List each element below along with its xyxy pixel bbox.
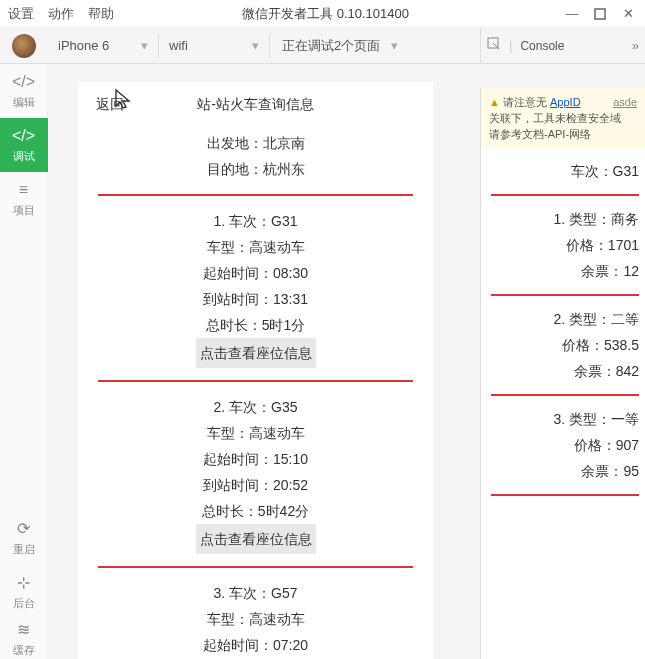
seat-block: 2. 类型：二等价格：538.5余票：842: [487, 306, 639, 384]
debug-status-text: 正在调试2个页面: [282, 37, 380, 55]
sidebar-item-label: 项目: [13, 203, 35, 218]
train-block: 3. 车次：G57车型：高速动车起始时间：07:20: [78, 574, 433, 659]
chevron-down-icon: ▾: [252, 38, 259, 53]
menu-actions[interactable]: 动作: [48, 5, 74, 23]
seat-info-button[interactable]: 点击查看座位信息: [196, 338, 316, 368]
menu-icon: ≡: [19, 181, 28, 199]
debug-icon: </>: [12, 127, 35, 145]
avatar[interactable]: [12, 34, 36, 58]
sidebar-item-cache[interactable]: ≋ 缓存: [0, 619, 48, 659]
seat-block: 1. 类型：商务价格：1701余票：12: [487, 206, 639, 284]
chevron-down-icon: ▾: [141, 38, 148, 53]
separator: [491, 294, 639, 296]
train-info-line: 起始时间：07:20: [78, 632, 433, 658]
seat-block: 3. 类型：一等价格：907余票：95: [487, 406, 639, 484]
restart-icon: ⟳: [17, 519, 30, 538]
titlebar: 设置 动作 帮助 微信开发者工具 0.10.101400 — ✕: [0, 0, 645, 28]
train-info-line: 起始时间：15:10: [78, 446, 433, 472]
train-info-line: 总时长：5时1分: [78, 312, 433, 338]
separator: [98, 194, 413, 196]
sidebar-item-label: 编辑: [13, 95, 35, 110]
separator: [98, 380, 413, 382]
menu-settings[interactable]: 设置: [8, 5, 34, 23]
seat-info-line: 3. 类型：一等: [487, 406, 639, 432]
train-info-line: 2. 车次：G35: [78, 394, 433, 420]
separator: [491, 494, 639, 496]
network-dropdown[interactable]: wifi ▾: [159, 28, 269, 63]
devtools-more-icon[interactable]: »: [632, 38, 639, 53]
train-block: 1. 车次：G31车型：高速动车起始时间：08:30到站时间：13:31总时长：…: [78, 202, 433, 374]
code-icon: </>: [12, 73, 35, 91]
sidebar: </> 编辑 </> 调试 ≡ 项目 ⟳ 重启 ⊹ 后台 ≋ 缓存: [0, 64, 48, 659]
network-value: wifi: [169, 38, 188, 53]
train-info-line: 1. 车次：G31: [78, 208, 433, 234]
devtools-inspect-icon[interactable]: [487, 37, 501, 54]
layers-icon: ≋: [17, 620, 30, 639]
seat-info-line: 余票：842: [487, 358, 639, 384]
train-info-line: 到站时间：13:31: [78, 286, 433, 312]
seat-info-line: 余票：95: [487, 458, 639, 484]
sidebar-item-background[interactable]: ⊹ 后台: [0, 565, 48, 619]
seat-info-line: 2. 类型：二等: [487, 306, 639, 332]
seat-info-line: 价格：1701: [487, 232, 639, 258]
devtools-header: | Console »: [480, 28, 645, 64]
to-line: 目的地：杭州东: [78, 156, 433, 182]
seat-info-line: 1. 类型：商务: [487, 206, 639, 232]
train-info-line: 3. 车次：G57: [78, 580, 433, 606]
background-icon: ⊹: [17, 573, 30, 592]
appid-link[interactable]: AppID: [550, 96, 581, 108]
sidebar-item-label: 重启: [13, 542, 35, 557]
seat-info-line: 余票：12: [487, 258, 639, 284]
sidebar-item-label: 后台: [13, 596, 35, 611]
separator: [491, 194, 639, 196]
phone-page: 返回 站-站火车查询信息 出发地：北京南 目的地：杭州东 1. 车次：G31车型…: [78, 82, 433, 659]
separator: [98, 566, 413, 568]
console-panel: ▲ 请注意无 AppID asde 关联下，工具未检查安全域 请参考文档-API…: [480, 88, 645, 659]
sidebar-item-debug[interactable]: </> 调试: [0, 118, 48, 172]
sidebar-item-label: 缓存: [13, 643, 35, 658]
train-info-line: 到站时间：20:52: [78, 472, 433, 498]
warning-icon: ▲: [489, 96, 500, 108]
debug-status-dropdown[interactable]: 正在调试2个页面 ▾: [270, 28, 410, 63]
separator: [491, 394, 639, 396]
console-warning: ▲ 请注意无 AppID asde 关联下，工具未检查安全域 请参考文档-API…: [481, 88, 645, 148]
train-info-line: 车型：高速动车: [78, 606, 433, 632]
train-info-line: 车型：高速动车: [78, 234, 433, 260]
train-info-line: 起始时间：08:30: [78, 260, 433, 286]
chevron-down-icon: ▾: [391, 38, 398, 53]
window-title: 微信开发者工具 0.10.101400: [88, 5, 563, 23]
device-dropdown[interactable]: iPhone 6 ▾: [48, 28, 158, 63]
sidebar-item-restart[interactable]: ⟳ 重启: [0, 511, 48, 565]
seat-info-line: 价格：907: [487, 432, 639, 458]
minimize-button[interactable]: —: [563, 5, 581, 23]
sidebar-item-project[interactable]: ≡ 项目: [0, 172, 48, 226]
maximize-button[interactable]: [591, 5, 609, 23]
asde-link[interactable]: asde: [613, 94, 637, 110]
seat-info-button[interactable]: 点击查看座位信息: [196, 524, 316, 554]
train-block: 2. 车次：G35车型：高速动车起始时间：15:10到站时间：20:52总时长：…: [78, 388, 433, 560]
sidebar-item-label: 调试: [13, 149, 35, 164]
svg-rect-0: [595, 9, 605, 19]
rp-train-no: 车次：G31: [487, 158, 639, 184]
train-info-line: 车型：高速动车: [78, 420, 433, 446]
close-button[interactable]: ✕: [619, 5, 637, 23]
page-title: 站-站火车查询信息: [96, 96, 415, 114]
train-info-line: 总时长：5时42分: [78, 498, 433, 524]
devtools-sep: |: [509, 38, 512, 53]
device-value: iPhone 6: [58, 38, 109, 53]
devtools-console-tab[interactable]: Console: [520, 39, 564, 53]
sidebar-item-edit[interactable]: </> 编辑: [0, 64, 48, 118]
from-line: 出发地：北京南: [78, 130, 433, 156]
seat-info-line: 价格：538.5: [487, 332, 639, 358]
